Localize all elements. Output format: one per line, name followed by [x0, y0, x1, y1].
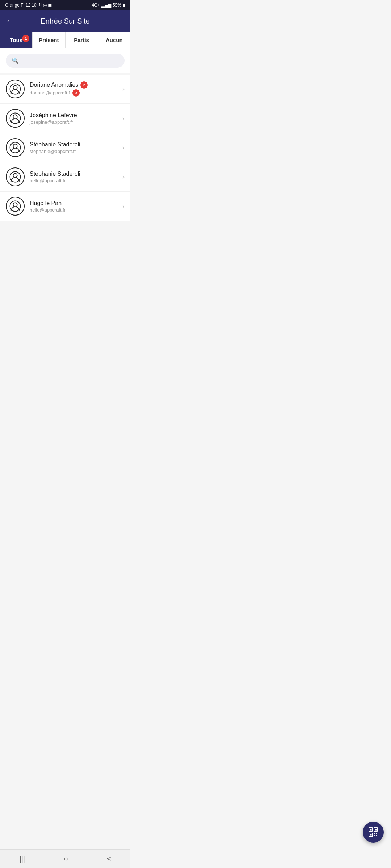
person-info: Stephanie Staderoli hello@appcraft.fr	[30, 171, 119, 183]
person-info: Stéphanie Staderoli stéphanie@appcraft.f…	[30, 141, 119, 154]
chevron-right-icon: ›	[122, 203, 125, 210]
icons: ⠿ ◎ ▣	[39, 3, 52, 8]
person-email: josepine@appcraft.fr	[30, 119, 119, 125]
header: ← Entrée Sur Site	[0, 10, 130, 32]
status-right: 4G+ ▂▄▆ 59% ▮	[92, 3, 125, 8]
person-email: doriane@appcraft.f 3	[30, 89, 119, 97]
signal-bars-icon: ▂▄▆	[101, 3, 111, 8]
svg-point-0	[13, 85, 17, 89]
search-input[interactable]	[22, 58, 119, 64]
chevron-right-icon: ›	[122, 173, 125, 181]
avatar	[6, 138, 25, 157]
signal-icon: 4G+	[92, 3, 100, 8]
name-badge: 2	[80, 81, 88, 89]
person-email: hello@appcraft.fr	[30, 207, 119, 213]
chevron-right-icon: ›	[122, 85, 125, 93]
carrier: Orange F	[5, 3, 24, 8]
status-bar: Orange F 12:10 ⠿ ◎ ▣ 4G+ ▂▄▆ 59% ▮	[0, 0, 130, 10]
list-item[interactable]: Joséphine Lefevre josepine@appcraft.fr ›	[0, 104, 130, 133]
svg-point-2	[13, 115, 17, 119]
person-name: Joséphine Lefevre	[30, 112, 119, 119]
time: 12:10	[26, 3, 37, 8]
person-email: stéphanie@appcraft.fr	[30, 149, 119, 154]
list-item[interactable]: Doriane Anomalies 2 doriane@appcraft.f 3…	[0, 75, 130, 104]
page-title: Entrée Sur Site	[18, 17, 112, 25]
svg-point-8	[13, 203, 17, 207]
person-info: Doriane Anomalies 2 doriane@appcraft.f 3	[30, 81, 119, 97]
status-left: Orange F 12:10 ⠿ ◎ ▣	[5, 3, 52, 8]
email-badge: 3	[72, 89, 80, 97]
tab-present[interactable]: Présent	[33, 32, 65, 48]
chevron-right-icon: ›	[122, 144, 125, 152]
person-name: Stéphanie Staderoli	[30, 141, 119, 148]
search-icon: 🔍	[12, 57, 19, 64]
list-item[interactable]: Hugo le Pan hello@appcraft.fr ›	[0, 192, 130, 221]
person-list: Doriane Anomalies 2 doriane@appcraft.f 3…	[0, 75, 130, 221]
avatar	[6, 197, 25, 216]
battery: 59%	[113, 3, 121, 8]
avatar	[6, 109, 25, 128]
tab-tous[interactable]: Tous 1	[0, 32, 33, 48]
search-container: 🔍	[0, 48, 130, 73]
person-name: Hugo le Pan	[30, 200, 119, 207]
person-info: Joséphine Lefevre josepine@appcraft.fr	[30, 112, 119, 125]
list-item[interactable]: Stephanie Staderoli hello@appcraft.fr ›	[0, 162, 130, 192]
chevron-right-icon: ›	[122, 115, 125, 122]
list-item[interactable]: Stéphanie Staderoli stéphanie@appcraft.f…	[0, 133, 130, 162]
svg-point-6	[13, 173, 17, 177]
svg-point-4	[13, 144, 17, 148]
search-box: 🔍	[6, 54, 125, 68]
battery-icon: ▮	[123, 3, 125, 8]
tab-aucun[interactable]: Aucun	[98, 32, 130, 48]
tab-tous-badge: 1	[22, 35, 29, 42]
tabs-container: Tous 1 Présent Partis Aucun	[0, 32, 130, 48]
avatar	[6, 80, 25, 98]
person-email: hello@appcraft.fr	[30, 178, 119, 183]
back-button[interactable]: ←	[6, 16, 14, 26]
avatar	[6, 167, 25, 186]
tab-partis[interactable]: Partis	[66, 32, 98, 48]
person-name: Doriane Anomalies 2	[30, 81, 119, 89]
person-info: Hugo le Pan hello@appcraft.fr	[30, 200, 119, 213]
person-name: Stephanie Staderoli	[30, 171, 119, 177]
